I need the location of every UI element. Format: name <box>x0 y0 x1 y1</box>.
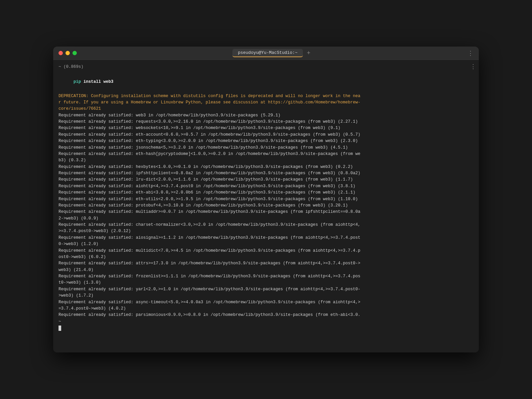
cmd-pip: pip <box>73 79 81 84</box>
req-8: Requirement already satisfied: ipfshttpc… <box>59 170 473 177</box>
deprecation-warning: DEPRECATION: Configuring installation sc… <box>59 93 473 112</box>
terminal-window: pseudoyu@Yu-MacStudio:~ + ⋮ ~ (0.869s) ⋮… <box>53 47 479 352</box>
tab-title: pseudoyu@Yu-MacStudio:~ <box>238 50 297 55</box>
new-tab-button[interactable]: + <box>306 50 312 57</box>
timing-row: ~ (0.869s) ⋮ <box>59 64 473 70</box>
tab-area: pseudoyu@Yu-MacStudio:~ + <box>77 49 467 57</box>
req-13: Requirement already satisfied: protobuf<… <box>59 202 473 209</box>
command-line: pip install web3 <box>59 72 473 91</box>
cmd-install: install web3 <box>81 79 114 84</box>
req-2: Requirement already satisfied: websocket… <box>59 125 473 131</box>
req-21: Requirement already satisfied: async-tim… <box>59 299 473 312</box>
req-7: Requirement already satisfied: hexbytes<… <box>59 164 473 170</box>
req-4: Requirement already satisfied: eth-typin… <box>59 138 473 144</box>
req-19: Requirement already satisfied: frozenlis… <box>59 273 473 286</box>
req-11: Requirement already satisfied: eth-abi<3… <box>59 190 473 196</box>
active-tab[interactable]: pseudoyu@Yu-MacStudio:~ <box>232 49 303 57</box>
req-12: Requirement already satisfied: eth-utils… <box>59 196 473 202</box>
minimize-button[interactable] <box>66 51 70 55</box>
req-0: Requirement already satisfied: web3 in /… <box>59 112 473 119</box>
maximize-button[interactable] <box>72 51 77 55</box>
req-9: Requirement already satisfied: lru-dict<… <box>59 177 473 183</box>
req-1: Requirement already satisfied: requests<… <box>59 119 473 125</box>
title-bar-menu-icon[interactable]: ⋮ <box>467 50 473 57</box>
req-5: Requirement already satisfied: jsonschem… <box>59 145 473 151</box>
cursor-line <box>59 326 473 331</box>
traffic-lights <box>59 51 77 55</box>
req-22: Requirement already satisfied: parsimoni… <box>59 312 473 318</box>
body-menu-icon[interactable]: ⋮ <box>470 63 476 72</box>
timing-text: ~ (0.869s) <box>59 64 83 70</box>
req-16: Requirement already satisfied: aiosignal… <box>59 235 473 248</box>
req-18: Requirement already satisfied: attrs>=17… <box>59 260 473 273</box>
req-15: Requirement already satisfied: charset-n… <box>59 222 473 235</box>
req-17: Requirement already satisfied: multidict… <box>59 248 473 261</box>
terminal-cursor <box>59 326 61 331</box>
terminal-body[interactable]: ~ (0.869s) ⋮ pip install web3 DEPRECATIO… <box>53 60 479 352</box>
req-14: Requirement already satisfied: multiaddr… <box>59 209 473 222</box>
title-bar: pseudoyu@Yu-MacStudio:~ + ⋮ <box>53 47 479 60</box>
close-button[interactable] <box>59 51 63 55</box>
req-20: Requirement already satisfied: yarl<2.0,… <box>59 286 473 299</box>
empty-line: ~ <box>59 319 473 325</box>
req-6: Requirement already satisfied: eth-hash[… <box>59 151 473 164</box>
req-3: Requirement already satisfied: eth-accou… <box>59 132 473 138</box>
req-10: Requirement already satisfied: aiohttp<4… <box>59 183 473 190</box>
